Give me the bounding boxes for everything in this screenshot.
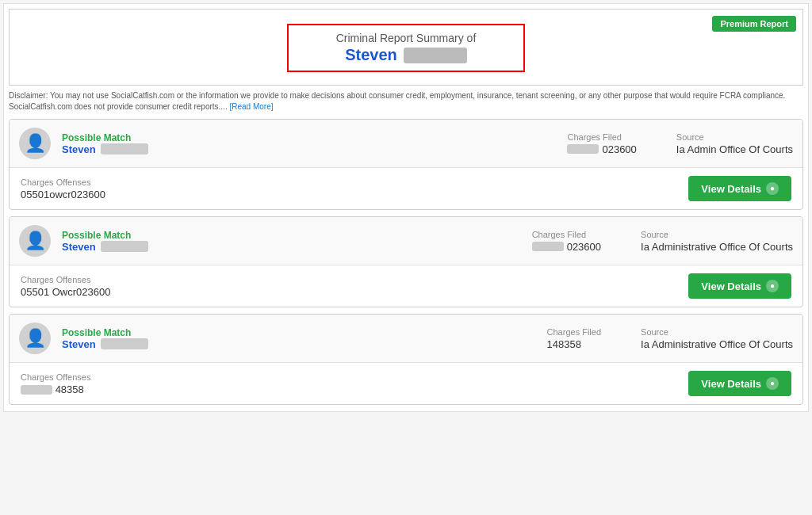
offenses-blurred-3	[21, 385, 52, 395]
record-top-2: 👤 Possible Match Steven Charges Filed	[10, 217, 802, 265]
record-name-1: Steven	[62, 143, 556, 155]
record-name-last-blurred-3	[101, 338, 148, 349]
view-details-btn-1[interactable]: View Details ●	[688, 176, 791, 201]
charges-filed-number-3: 148358	[547, 338, 581, 350]
offenses-label-1: Charges Offenses	[21, 177, 105, 187]
record-fields-2: Charges Filed 023600 Source Ia Administr…	[532, 230, 793, 253]
record-info-2: Possible Match Steven	[62, 230, 521, 253]
charges-filed-label-3: Charges Filed	[547, 327, 601, 337]
view-details-label-3: View Details	[701, 378, 761, 390]
name-last-blurred	[404, 48, 467, 63]
possible-match-label-2: Possible Match	[62, 230, 521, 241]
view-details-label-1: View Details	[701, 183, 761, 195]
record-name-last-blurred-2	[101, 241, 148, 252]
name-first: Steven	[345, 46, 397, 64]
disclaimer: Disclaimer: You may not use SocialCatfis…	[9, 90, 803, 113]
source-label-1: Source	[676, 132, 793, 142]
record-fields-1: Charges Filed 023600 Source Ia Admin Off…	[567, 132, 793, 155]
read-more-link[interactable]: [Read More]	[229, 102, 273, 111]
premium-badge: Premium Report	[712, 16, 796, 32]
record-name-first-3: Steven	[62, 338, 96, 350]
charges-filed-value-3: 148358	[547, 338, 601, 350]
source-value-3: Ia Administrative Office Of Courts	[641, 338, 793, 350]
source-col-1: Source Ia Admin Office Of Courts	[676, 132, 793, 155]
record-fields-3: Charges Filed 148358 Source Ia Administr…	[547, 327, 793, 350]
source-col-2: Source Ia Administrative Office Of Court…	[641, 230, 793, 253]
charges-filed-value-2: 023600	[532, 241, 601, 253]
content-wrapper: super easy 👤 Possible Match Steven	[4, 119, 808, 405]
record-top-3: 👤 Possible Match Steven Charges Filed	[10, 315, 802, 363]
record-info-3: Possible Match Steven	[62, 327, 536, 350]
charges-filed-col-3: Charges Filed 148358	[547, 327, 601, 350]
record-name-3: Steven	[62, 338, 536, 350]
header-section: Criminal Report Summary of Steven	[287, 24, 525, 72]
record-card-2: 👤 Possible Match Steven Charges Filed	[9, 216, 803, 307]
person-icon-1: 👤	[25, 133, 46, 154]
source-label-2: Source	[641, 230, 793, 239]
charges-filed-label-1: Charges Filed	[567, 132, 636, 142]
record-card-1: 👤 Possible Match Steven Charges Filed	[9, 119, 803, 210]
source-value-2: Ia Administrative Office Of Courts	[641, 241, 793, 253]
offenses-value-2: 05501 Owcr023600	[21, 286, 110, 298]
charges-filed-blurred-2	[532, 242, 564, 251]
top-area: Premium Report Criminal Report Summary o…	[9, 9, 803, 86]
view-details-btn-2[interactable]: View Details ●	[688, 273, 791, 299]
record-bottom-3: Charges Offenses 48358 View Details ●	[10, 363, 802, 404]
charges-filed-value-1: 023600	[567, 143, 636, 155]
possible-match-label-3: Possible Match	[62, 327, 536, 338]
header-subtitle: Criminal Report Summary of	[298, 32, 514, 44]
offenses-block-3: Charges Offenses 48358	[21, 372, 90, 395]
record-name-last-blurred-1	[101, 143, 148, 154]
avatar-1: 👤	[19, 128, 51, 159]
charges-filed-blurred-1	[567, 144, 599, 154]
view-details-icon-3: ●	[766, 377, 779, 390]
offenses-value-3: 48358	[21, 383, 90, 395]
source-label-3: Source	[641, 327, 793, 337]
record-name-2: Steven	[62, 241, 521, 253]
view-details-btn-3[interactable]: View Details ●	[688, 371, 791, 396]
view-details-label-2: View Details	[701, 280, 761, 292]
person-icon-3: 👤	[25, 328, 46, 349]
header-name: Steven	[298, 46, 514, 64]
record-top-1: 👤 Possible Match Steven Charges Filed	[10, 120, 802, 168]
possible-match-label-1: Possible Match	[62, 132, 556, 143]
offenses-number-3: 48358	[56, 383, 84, 395]
avatar-3: 👤	[19, 322, 51, 354]
record-bottom-1: Charges Offenses 05501owcr023600 View De…	[10, 168, 802, 209]
charges-filed-col-1: Charges Filed 023600	[567, 132, 636, 155]
disclaimer-text: Disclaimer: You may not use SocialCatfis…	[9, 91, 785, 111]
offenses-value-1: 05501owcr023600	[21, 189, 105, 200]
records-area: 👤 Possible Match Steven Charges Filed	[4, 119, 808, 405]
record-name-first-2: Steven	[62, 241, 96, 253]
record-bottom-2: Charges Offenses 05501 Owcr023600 View D…	[10, 265, 802, 307]
offenses-label-2: Charges Offenses	[21, 275, 110, 284]
charges-filed-label-2: Charges Filed	[532, 230, 601, 239]
record-name-first-1: Steven	[62, 143, 96, 155]
charges-filed-number-2: 023600	[567, 241, 601, 253]
charges-filed-number-1: 023600	[602, 143, 636, 155]
record-info-1: Possible Match Steven	[62, 132, 556, 155]
view-details-icon-1: ●	[766, 182, 779, 195]
offenses-label-3: Charges Offenses	[21, 372, 90, 382]
view-details-icon-2: ●	[766, 280, 779, 292]
record-card-3: 👤 Possible Match Steven Charges Filed	[9, 314, 803, 405]
person-icon-2: 👤	[25, 231, 46, 251]
offenses-block-1: Charges Offenses 05501owcr023600	[21, 177, 105, 200]
page-wrapper: Premium Report Criminal Report Summary o…	[3, 3, 809, 412]
avatar-2: 👤	[19, 225, 51, 257]
charges-filed-col-2: Charges Filed 023600	[532, 230, 601, 253]
offenses-block-2: Charges Offenses 05501 Owcr023600	[21, 275, 110, 298]
source-col-3: Source Ia Administrative Office Of Court…	[641, 327, 793, 350]
source-value-1: Ia Admin Office Of Courts	[676, 143, 793, 155]
